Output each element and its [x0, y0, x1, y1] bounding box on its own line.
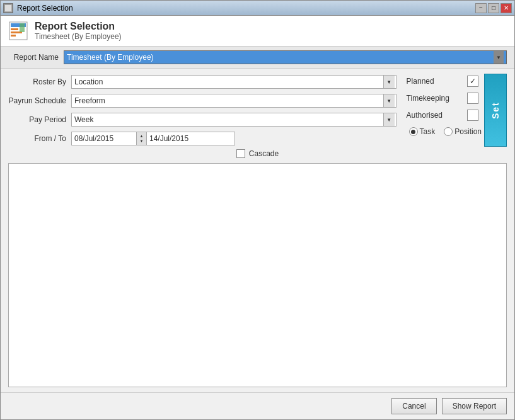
pay-period-arrow[interactable]: ▼	[383, 113, 395, 126]
payrun-schedule-label: Payrun Schedule	[8, 96, 71, 105]
roster-by-label: Roster By	[8, 77, 71, 86]
svg-rect-4	[11, 28, 18, 30]
position-radio-label: Position	[454, 127, 482, 136]
report-name-value: Timesheet (By Employee)	[67, 53, 154, 62]
from-to-label: From / To	[8, 134, 71, 143]
roster-by-arrow[interactable]: ▼	[383, 76, 395, 88]
roster-by-value: Location	[74, 77, 383, 86]
from-to-row: From / To 08/Jul/2015 ▲ ▼ 14/Jul/2015	[8, 130, 396, 147]
report-name-dropdown[interactable]: Timesheet (By Employee) ▼	[64, 50, 507, 64]
window-title: Report Selection	[17, 4, 73, 13]
roster-by-dropdown[interactable]: Location ▼	[71, 75, 396, 89]
header-section: Report Selection Timesheet (By Employee)	[1, 16, 514, 47]
app-icon	[3, 3, 13, 13]
minimize-button[interactable]: −	[475, 3, 487, 13]
report-name-arrow[interactable]: ▼	[494, 51, 504, 64]
main-window: Report Selection − □ ✕ Report Selection …	[0, 0, 515, 420]
roster-by-row: Roster By Location ▼	[8, 74, 396, 90]
task-radio-item[interactable]: Task	[409, 127, 436, 136]
cascade-section: Cascade	[8, 149, 507, 158]
main-content: Roster By Location ▼ Payrun Schedule Fre…	[1, 69, 514, 392]
timekeeping-row: Timekeeping	[407, 91, 482, 106]
form-section: Roster By Location ▼ Payrun Schedule Fre…	[8, 74, 507, 147]
header-title: Report Selection	[35, 21, 122, 32]
list-area	[8, 163, 507, 387]
report-name-label: Report Name	[8, 53, 59, 62]
authorised-row: Authorised	[407, 108, 482, 123]
planned-checkbox[interactable]: ✓	[467, 76, 478, 87]
payrun-schedule-dropdown[interactable]: Freeform ▼	[71, 94, 396, 108]
report-name-bar: Report Name Timesheet (By Employee) ▼	[1, 47, 514, 69]
from-date-input[interactable]: 08/Jul/2015 ▲ ▼	[71, 132, 147, 145]
payrun-schedule-row: Payrun Schedule Freeform ▼	[8, 93, 396, 109]
planned-label: Planned	[407, 77, 463, 86]
authorised-label: Authorised	[407, 111, 463, 120]
header-text: Report Selection Timesheet (By Employee)	[35, 21, 122, 41]
set-button[interactable]: Set	[484, 74, 507, 147]
title-bar-buttons: − □ ✕	[475, 3, 512, 13]
title-bar: Report Selection − □ ✕	[1, 1, 514, 16]
to-date-value: 14/Jul/2015	[149, 134, 188, 143]
timekeeping-checkbox[interactable]	[467, 93, 478, 104]
title-bar-left: Report Selection	[3, 3, 73, 13]
payrun-schedule-value: Freeform	[74, 96, 383, 105]
position-radio[interactable]	[444, 127, 453, 136]
cascade-label: Cascade	[249, 149, 279, 158]
show-report-button[interactable]: Show Report	[442, 398, 507, 414]
pay-period-value: Week	[74, 115, 383, 124]
radio-row: Task Position	[407, 125, 482, 139]
authorised-checkbox[interactable]	[467, 110, 478, 121]
header-subtitle: Timesheet (By Employee)	[35, 32, 122, 41]
task-radio-label: Task	[420, 127, 436, 136]
from-date-spinner[interactable]: ▲ ▼	[136, 132, 146, 145]
bottom-buttons: Cancel Show Report	[1, 392, 514, 419]
svg-rect-7	[20, 23, 25, 32]
maximize-button[interactable]: □	[488, 3, 499, 13]
report-icon	[8, 21, 28, 41]
cancel-button[interactable]: Cancel	[391, 398, 436, 414]
svg-rect-1	[5, 5, 11, 11]
pay-period-row: Pay Period Week ▼	[8, 111, 396, 128]
pay-period-dropdown[interactable]: Week ▼	[71, 113, 396, 127]
to-date-input[interactable]: 14/Jul/2015	[147, 132, 235, 145]
date-fields: 08/Jul/2015 ▲ ▼ 14/Jul/2015	[71, 132, 235, 145]
from-date-value: 08/Jul/2015	[72, 134, 136, 143]
right-form-inner: Planned ✓ Timekeeping Authorised	[407, 74, 482, 147]
payrun-schedule-arrow[interactable]: ▼	[383, 94, 395, 107]
task-radio[interactable]	[409, 127, 418, 136]
cascade-checkbox[interactable]	[236, 149, 245, 158]
position-radio-item[interactable]: Position	[444, 127, 482, 136]
svg-rect-6	[11, 35, 16, 37]
timekeeping-label: Timekeeping	[407, 94, 463, 103]
planned-row: Planned ✓	[407, 74, 482, 89]
pay-period-label: Pay Period	[8, 115, 71, 124]
task-radio-dot	[411, 130, 415, 134]
right-form-with-set: Planned ✓ Timekeeping Authorised	[407, 74, 507, 147]
left-form: Roster By Location ▼ Payrun Schedule Fre…	[8, 74, 396, 147]
close-button[interactable]: ✕	[501, 3, 512, 13]
